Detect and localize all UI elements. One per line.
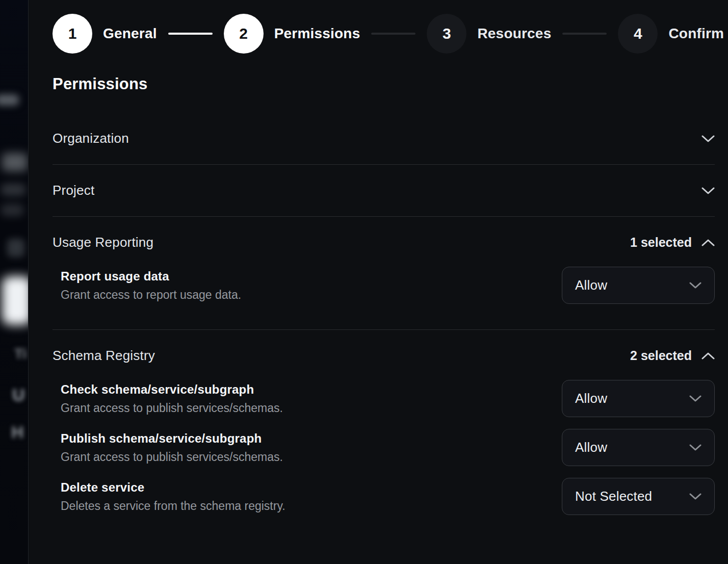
blur-blob [1,184,25,196]
selected-count-badge: 1 selected [630,235,692,250]
select-value: Not Selected [575,489,652,504]
permission-description: Grant access to publish services/schemas… [61,450,283,464]
chevron-up-icon [701,352,715,360]
blurred-text-fragment: Ti [14,346,27,362]
permission-description: Grant access to publish services/schemas… [61,401,283,415]
permission-select-report-usage-data[interactable]: Allow [562,267,715,304]
permission-rows: Report usage data Grant access to report… [53,265,715,329]
create-api-key-wizard: 1 General 2 Permissions 3 Resources 4 Co… [28,0,728,564]
wizard-stepper: 1 General 2 Permissions 3 Resources 4 Co… [53,14,715,54]
background-page-blur: Ti U H [0,0,28,564]
step-general[interactable]: 1 General [53,14,157,54]
permission-row-delete-service: Delete service Deletes a service from th… [61,478,715,515]
blur-blob [1,204,23,216]
page-title: Permissions [53,75,715,93]
section-organization-toggle[interactable]: Organization [53,113,715,164]
chevron-down-icon [689,395,701,402]
permission-title: Report usage data [61,269,241,284]
step-label: Confirm [668,25,724,42]
blur-blob [2,276,28,325]
step-connector [562,33,607,35]
blurred-text-fragment: U [12,385,25,405]
blur-blob [7,239,24,257]
permission-title: Check schema/service/subgraph [61,382,283,397]
step-label: Permissions [274,25,360,42]
step-number: 1 [53,14,92,54]
section-title: Schema Registry [53,348,155,364]
permission-rows: Check schema/service/subgraph Grant acce… [53,378,715,541]
section-project: Project [53,165,715,217]
step-number: 3 [427,14,466,54]
select-value: Allow [575,391,607,406]
permission-row-check-schema: Check schema/service/subgraph Grant acce… [61,380,715,417]
select-value: Allow [575,440,607,455]
section-schema-registry-toggle[interactable]: Schema Registry 2 selected [53,330,715,378]
permission-select-publish-schema[interactable]: Allow [562,429,715,466]
section-organization: Organization [53,113,715,165]
step-resources[interactable]: 3 Resources [427,14,551,54]
permission-sections: Organization Project Usage Reporting 1 s… [53,113,715,541]
selected-count-badge: 2 selected [630,348,692,363]
section-title: Project [53,183,94,198]
permission-description: Grant access to report usage data. [61,288,241,302]
section-title: Usage Reporting [53,235,153,250]
section-usage-reporting-toggle[interactable]: Usage Reporting 1 selected [53,217,715,265]
step-connector [371,33,415,35]
permission-row-publish-schema: Publish schema/service/subgraph Grant ac… [61,429,715,466]
section-project-toggle[interactable]: Project [53,165,715,216]
chevron-down-icon [689,281,701,289]
blur-blob [2,153,28,171]
permission-title: Publish schema/service/subgraph [61,431,283,446]
section-schema-registry: Schema Registry 2 selected Check schema/… [53,330,715,541]
permission-title: Delete service [61,480,285,495]
chevron-up-icon [701,239,715,247]
permission-select-delete-service[interactable]: Not Selected [562,478,715,515]
blurred-text-fragment: H [11,422,24,442]
section-usage-reporting: Usage Reporting 1 selected Report usage … [53,217,715,330]
step-number: 4 [618,14,658,54]
step-label: General [103,25,157,42]
step-confirm[interactable]: 4 Confirm [618,14,724,54]
chevron-down-icon [701,187,715,195]
step-label: Resources [477,25,551,42]
permission-description: Deletes a service from the schema regist… [61,499,285,513]
step-permissions[interactable]: 2 Permissions [224,14,360,54]
permission-row-report-usage-data: Report usage data Grant access to report… [61,267,715,304]
select-value: Allow [575,277,607,293]
blur-blob [0,94,19,106]
chevron-down-icon [689,444,701,451]
chevron-down-icon [701,135,715,143]
step-number: 2 [224,14,264,54]
step-connector [168,33,213,35]
chevron-down-icon [689,493,701,500]
permission-select-check-schema[interactable]: Allow [562,380,715,417]
section-title: Organization [53,131,129,146]
